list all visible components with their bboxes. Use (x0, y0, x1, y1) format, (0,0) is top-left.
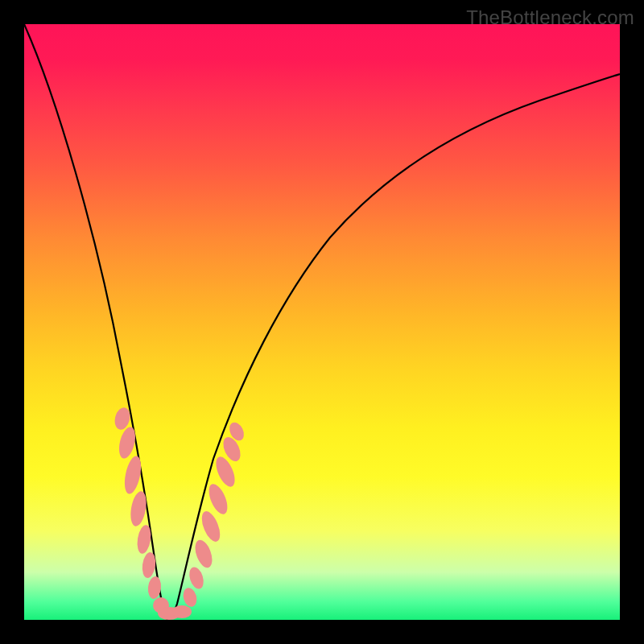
marker-dot (205, 481, 231, 517)
plot-area (24, 24, 620, 620)
chart-svg (24, 24, 620, 620)
attribution-label: TheBottleneck.com (466, 6, 634, 29)
marker-dot (181, 586, 199, 608)
marker-cluster (113, 406, 247, 620)
marker-dot (172, 605, 192, 618)
marker-dot (187, 565, 206, 591)
bottleneck-curve (24, 24, 620, 619)
marker-dot (116, 425, 138, 460)
marker-dot (198, 509, 224, 544)
chart-frame: TheBottleneck.com (0, 0, 644, 644)
marker-dot (192, 538, 215, 570)
marker-dot (122, 455, 144, 496)
